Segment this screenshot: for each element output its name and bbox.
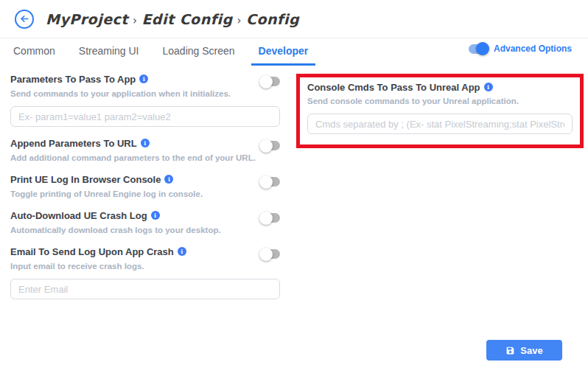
settings-content: Parameters To Pass To Appi Send commands… [0,66,588,310]
settings-column-left: Parameters To Pass To Appi Send commands… [10,74,280,310]
header: MyProject›Edit Config›Config [0,0,588,38]
info-icon[interactable]: i [141,139,150,147]
tab-bar: Common Streaming UI Loading Screen Devel… [0,38,588,66]
setting-append-parameters-to-url: Append Parameters To URLi Add additional… [10,138,280,163]
info-icon[interactable]: i [151,211,160,220]
info-icon[interactable]: i [178,247,186,256]
tab-streaming-ui[interactable]: Streaming UI [71,38,147,66]
print-log-toggle[interactable] [261,177,280,187]
advanced-options: Advanced Options [469,43,572,54]
toggle-knob [259,139,273,153]
setting-description: Send console commands to your Unreal app… [307,96,573,106]
setting-auto-download-crash-log: Auto-Download UE Crash Logi Automaticall… [10,210,280,235]
toggle-knob [259,212,273,225]
tab-loading-screen[interactable]: Loading Screen [155,38,242,66]
setting-title: Parameters To Pass To Appi [10,74,148,86]
advanced-options-label: Advanced Options [494,43,572,54]
setting-title: Print UE Log In Browser Consolei [10,174,173,186]
auto-download-toggle[interactable] [261,213,280,223]
setting-description: Toggle printing of Unreal Engine log in … [10,189,280,199]
setting-title: Append Parameters To URLi [10,138,150,150]
toggle-knob [259,248,273,261]
edit-config-page: MyProject›Edit Config›Config Common Stre… [0,0,588,376]
setting-print-ue-log: Print UE Log In Browser Consolei Toggle … [10,174,280,199]
setting-description: Input email to receive crash logs. [10,261,280,271]
advanced-options-toggle[interactable] [469,44,488,54]
tab-developer[interactable]: Developer [251,38,316,66]
breadcrumb-config: Config [246,11,299,27]
arrow-left-icon [19,13,30,24]
append-url-toggle[interactable] [261,141,280,150]
save-icon [505,346,515,355]
breadcrumb-project: MyProject [46,11,128,27]
email-toggle[interactable] [261,249,280,259]
parameters-input[interactable] [10,106,280,127]
setting-title: Email To Send Log Upon App Crashi [10,246,186,258]
tab-common[interactable]: Common [6,38,63,66]
toggle-knob [476,42,489,55]
info-icon[interactable]: i [139,74,148,83]
parameters-toggle[interactable] [261,77,280,86]
settings-column-right: Console Cmds To Pass To Unreal Appi Send… [296,74,584,310]
back-button[interactable] [15,10,34,29]
highlight-box: Console Cmds To Pass To Unreal Appi Send… [296,74,584,148]
console-cmds-input[interactable] [307,114,573,134]
breadcrumb-separator: › [128,14,142,27]
info-icon[interactable]: i [484,83,493,91]
setting-title: Auto-Download UE Crash Logi [10,210,160,222]
toggle-knob [259,75,273,88]
breadcrumb: MyProject›Edit Config›Config [46,11,299,27]
save-button-label: Save [520,345,542,356]
toggle-knob [259,175,273,189]
setting-email-crash-log: Email To Send Log Upon App Crashi Input … [10,246,280,299]
info-icon[interactable]: i [164,175,173,184]
setting-description: Add additional command parameters to the… [10,153,280,163]
setting-parameters-to-pass-to-app: Parameters To Pass To Appi Send commands… [10,74,280,127]
email-input[interactable] [10,279,280,299]
breadcrumb-edit-config: Edit Config [141,11,232,27]
setting-description: Send commands to your application when i… [10,88,280,99]
setting-console-cmds: Console Cmds To Pass To Unreal Appi Send… [307,82,573,134]
setting-title: Console Cmds To Pass To Unreal Appi [307,82,493,94]
setting-description: Automatically download crash logs to you… [10,225,280,235]
save-button[interactable]: Save [486,340,562,361]
breadcrumb-separator: › [233,14,247,27]
